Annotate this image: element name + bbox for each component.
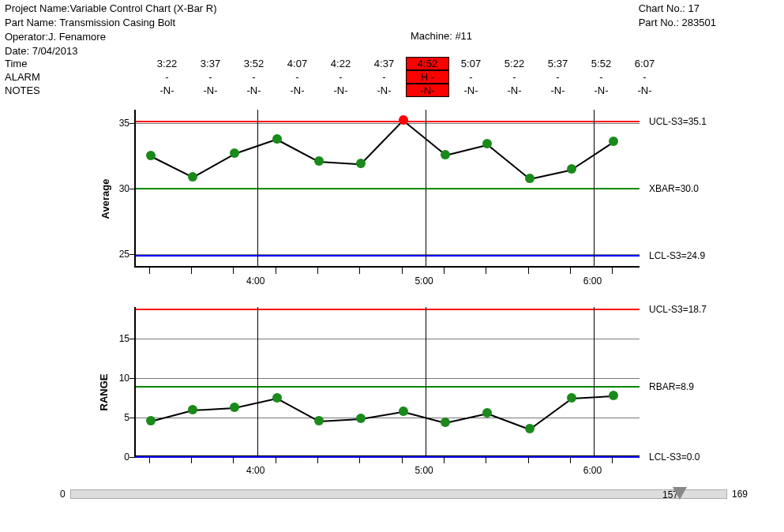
slider-thumb-icon[interactable] bbox=[673, 487, 687, 500]
chart-plot: 253035UCL-S3=35.1XBAR=30.0LCL-S3=24.9 bbox=[134, 110, 640, 268]
data-point[interactable] bbox=[188, 172, 197, 182]
table-cell: - bbox=[189, 70, 232, 84]
table-cell: - bbox=[536, 70, 580, 84]
table-cell: -N- bbox=[406, 84, 449, 97]
data-point[interactable] bbox=[146, 151, 156, 160]
x-tick-label: 5:00 bbox=[415, 275, 433, 287]
limit-label: UCL-S3=35.1 bbox=[649, 116, 707, 127]
y-tick: 10 bbox=[119, 373, 129, 384]
chart-plot: 051015UCL-S3=18.7RBAR=8.9LCL-S3=0.0 bbox=[134, 307, 640, 457]
y-tick: 0 bbox=[124, 451, 129, 463]
data-point[interactable] bbox=[230, 403, 239, 412]
machine-value: #11 bbox=[455, 30, 472, 42]
table-cell: 5:07 bbox=[449, 57, 493, 70]
slider-track[interactable]: 157 bbox=[70, 489, 727, 499]
row-alarm-label: ALARM bbox=[5, 71, 145, 83]
table-cell: -N- bbox=[276, 84, 319, 97]
table-cell: - bbox=[276, 70, 319, 84]
table-cell: 4:07 bbox=[276, 57, 319, 70]
x-tick-label: 5:00 bbox=[415, 465, 433, 476]
table-cell: 4:22 bbox=[319, 57, 362, 70]
limit-label: LCL-S3=24.9 bbox=[649, 250, 705, 261]
operator-name: J. Fenamore bbox=[48, 31, 106, 43]
table-cell: 3:37 bbox=[189, 57, 232, 70]
table-cell: 5:22 bbox=[493, 57, 536, 70]
data-point[interactable] bbox=[188, 405, 197, 414]
table-cell: -N- bbox=[319, 84, 362, 97]
slider-min: 0 bbox=[55, 489, 70, 500]
row-time-label: Time bbox=[5, 58, 145, 69]
table-cell: - bbox=[493, 70, 536, 84]
table-cell: - bbox=[623, 70, 666, 84]
data-point[interactable] bbox=[567, 393, 576, 403]
partno-label: Part No.: bbox=[639, 17, 679, 28]
data-point[interactable] bbox=[146, 416, 156, 425]
table-cell: 5:37 bbox=[536, 57, 580, 70]
limit-label: LCL-S3=0.0 bbox=[649, 451, 700, 463]
table-cell: - bbox=[145, 70, 189, 84]
data-point[interactable] bbox=[399, 115, 408, 125]
table-cell: -N- bbox=[623, 84, 666, 97]
part-label: Part Name: bbox=[5, 17, 57, 28]
y-tick: 30 bbox=[119, 183, 129, 194]
table-cell: -N- bbox=[189, 84, 232, 97]
table-cell: - bbox=[362, 70, 406, 84]
table-cell: 4:52 bbox=[406, 57, 449, 70]
data-point[interactable] bbox=[441, 418, 450, 427]
data-point[interactable] bbox=[609, 391, 618, 400]
row-notes-label: NOTES bbox=[5, 84, 145, 96]
table-cell: 3:52 bbox=[232, 57, 276, 70]
x-tick-label: 4:00 bbox=[246, 275, 264, 287]
chartno-value: 17 bbox=[688, 2, 700, 14]
data-point[interactable] bbox=[399, 406, 408, 416]
y-tick: 25 bbox=[119, 249, 129, 260]
y-tick: 5 bbox=[124, 412, 129, 423]
slider-max: 169 bbox=[727, 489, 752, 500]
table-cell: -N- bbox=[449, 84, 493, 97]
data-point[interactable] bbox=[441, 150, 450, 159]
table-cell: H - bbox=[406, 70, 449, 84]
operator-label: Operator: bbox=[5, 31, 48, 43]
table-cell: 6:07 bbox=[623, 57, 666, 70]
table-cell: -N- bbox=[362, 84, 406, 97]
chartno-label: Chart No.: bbox=[639, 2, 685, 14]
header-right: Chart No.: 17 Part No.: 283501 bbox=[639, 2, 779, 58]
data-point[interactable] bbox=[482, 139, 492, 148]
data-point[interactable] bbox=[272, 134, 282, 144]
x-tick-label: 6:00 bbox=[583, 465, 602, 476]
subgroup-slider[interactable]: 0 157 169 bbox=[55, 489, 752, 500]
table-cell: - bbox=[232, 70, 276, 84]
table-cell: -N- bbox=[536, 84, 580, 97]
table-cell: -N- bbox=[493, 84, 536, 97]
partno-value: 283501 bbox=[682, 17, 716, 28]
date-label: Date: bbox=[5, 45, 29, 57]
data-point[interactable] bbox=[272, 393, 282, 403]
table-cell: -N- bbox=[232, 84, 276, 97]
data-point[interactable] bbox=[356, 414, 366, 423]
data-point[interactable] bbox=[525, 424, 535, 433]
x-tick-label: 6:00 bbox=[583, 275, 602, 287]
y-tick: 35 bbox=[119, 118, 129, 129]
data-point[interactable] bbox=[230, 148, 239, 158]
data-point[interactable] bbox=[525, 174, 535, 183]
data-point[interactable] bbox=[609, 137, 618, 146]
data-point[interactable] bbox=[567, 164, 576, 174]
table-cell: -N- bbox=[580, 84, 623, 97]
limit-label: XBAR=30.0 bbox=[649, 183, 699, 194]
y-axis-label: RANGE bbox=[98, 374, 110, 411]
data-point[interactable] bbox=[482, 408, 492, 418]
header-left: Project Name:Variable Control Chart (X-B… bbox=[5, 2, 217, 58]
data-point[interactable] bbox=[356, 159, 366, 168]
y-axis-label: Average bbox=[99, 179, 111, 219]
table-cell: -N- bbox=[145, 84, 189, 97]
table-cell: 5:52 bbox=[580, 57, 623, 70]
table-cell: - bbox=[319, 70, 362, 84]
date-value: 7/04/2013 bbox=[32, 45, 78, 57]
limit-label: UCL-S3=18.7 bbox=[649, 304, 707, 315]
table-cell: 3:22 bbox=[145, 57, 189, 70]
data-point[interactable] bbox=[314, 416, 324, 425]
y-tick: 15 bbox=[119, 333, 129, 344]
data-point[interactable] bbox=[314, 156, 324, 166]
x-tick-label: 4:00 bbox=[246, 465, 264, 476]
table-cell: - bbox=[449, 70, 493, 84]
